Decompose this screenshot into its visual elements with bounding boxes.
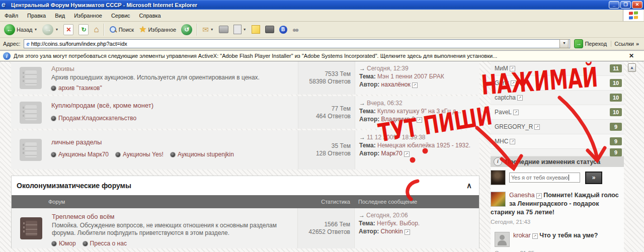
external-link-icon[interactable]: ↗ [536,193,542,199]
mail-dropdown-icon[interactable]: ▼ [210,28,214,31]
user-link[interactable]: Garik [495,79,509,87]
print-button[interactable] [217,25,230,34]
last-topic-link[interactable]: Куплю катушку 9" на 3 кГц д... [377,108,461,115]
subforum-link[interactable]: Аукционы Yes! [123,151,164,158]
list-item: Garik↗10 [491,76,624,91]
forum-title-link[interactable]: личные разделы [51,138,102,146]
favorites-button[interactable]: ★ Избранное [137,25,178,35]
external-link-icon[interactable]: ↗ [412,82,418,88]
user-link[interactable]: krokar [513,232,531,239]
status-send-button[interactable]: » [585,172,602,184]
home-button[interactable]: ⌂ [92,25,101,35]
mail-button[interactable]: ✉ ▼ [200,24,216,35]
external-link-icon[interactable]: ↗ [417,117,422,123]
menu-edit[interactable]: Правка [23,11,50,21]
address-dropdown-icon[interactable]: ▼ [559,39,569,48]
subforum-link[interactable]: Аукционы stupenjkin [178,151,234,158]
go-button[interactable]: → Переход [572,39,609,48]
menu-view[interactable]: Вид [50,11,69,21]
user-link[interactable]: GREGORY_R [495,123,533,130]
page-icon: e [27,41,30,47]
user-link[interactable]: МиМ [495,65,508,72]
infobar-close-icon[interactable]: ✕ [622,52,641,59]
fullscreen-button[interactable] [263,25,276,34]
forum-title-link[interactable]: Треплемся обо всём [52,213,115,220]
subforum-link[interactable]: архив "тазиков" [58,85,102,92]
subforum-link[interactable]: Аукционы Марк70 [58,151,109,158]
external-link-icon[interactable]: ↗ [510,66,515,71]
menu-favorites[interactable]: Избранное [69,11,107,21]
activex-infobar[interactable]: i Для этого узла могут потребоваться сле… [0,50,644,61]
menu-tools[interactable]: Сервис [107,11,135,21]
count-badge: 10 [610,79,622,87]
subforum-link[interactable]: Пресса о нас [90,240,127,247]
last-author-link[interactable]: Владимир 2 [381,116,415,123]
minimize-button[interactable]: _ [609,1,619,9]
last-topic-link[interactable]: Немецкая юбилейка 1925 - 1932. [377,142,470,149]
last-post-date-link[interactable]: Сегодня, 12:39 [367,65,409,72]
last-author-link[interactable]: нахалёнок [381,81,411,88]
external-link-icon[interactable]: ↗ [517,95,523,101]
external-link-icon[interactable]: ↗ [510,139,515,144]
address-url[interactable]: http://coins.su/forum/index.php?act=idx [31,41,560,47]
forward-button[interactable]: → ▼ [40,23,60,36]
discuss-button[interactable] [250,24,262,35]
section-title: Околонумизматические форумы [17,182,466,190]
goto-arrow-icon: → [359,134,365,141]
forum-title-link[interactable]: Куплю/продам (всё, кроме монет) [51,102,153,109]
back-dropdown-icon[interactable]: ▼ [34,28,38,31]
last-topic-link[interactable]: Нетбук. Выбор. [377,220,420,227]
forum-title-link[interactable]: Архивы [51,65,74,72]
last-topic-link[interactable]: Мэн 1 пенни 2007 БРАК [377,73,444,80]
collapse-section-icon[interactable]: ∧ [466,181,472,190]
status-input[interactable]: Yes я от тебя охуеваю [509,173,580,183]
avatar [491,170,506,185]
external-link-icon[interactable]: ↗ [404,151,410,157]
menu-file[interactable]: Файл [0,11,23,21]
refresh-button[interactable]: ↻ [76,23,91,36]
menu-help[interactable]: Справка [135,11,166,21]
edit-dropdown-icon[interactable]: ▼ [243,28,247,31]
forum-stats: 35 Тем128 Ответов [298,130,355,170]
history-button[interactable]: ↺ [179,23,194,36]
subforum-link[interactable]: Продам:Кладоискательство [58,115,136,122]
back-button[interactable]: ← Назад ▼ [2,23,39,36]
forum-stats: 7533 Тем58398 Ответов [298,61,355,95]
external-link-icon[interactable]: ↗ [534,124,540,130]
bluetooth-button[interactable]: B [277,25,289,35]
infobar-text[interactable]: Для этого узла могут потребоваться следу… [14,53,619,59]
user-link[interactable]: captcha [495,94,516,101]
external-link-icon[interactable]: ↗ [405,229,410,235]
last-post-date-link[interactable]: Сегодня, 20:06 [366,212,408,219]
forward-arrow-icon: → [42,24,53,35]
last-post-date-link[interactable]: Вчера, 06:32 [367,100,403,107]
stop-button[interactable]: ✕ [61,23,75,36]
user-link[interactable]: PaveL [495,109,512,116]
edit-button[interactable]: ▼ [231,24,249,35]
links-button[interactable]: Ссылки » [611,41,642,47]
scrollbar-up-button[interactable]: ▲ [628,63,636,72]
menu-bar: Файл Правка Вид Избранное Сервис Справка [0,10,644,22]
external-link-icon[interactable]: ↗ [513,110,519,115]
search-button[interactable]: Поиск [107,25,136,35]
external-link-icon[interactable]: ↗ [532,233,538,239]
last-author-link[interactable]: Марк70 [381,150,403,157]
list-item: МиМ↗11 [491,61,624,76]
address-input[interactable]: e http://coins.su/forum/index.php?act=id… [24,39,571,48]
toolbar-separator [197,24,198,36]
user-link[interactable]: МНС [495,138,508,145]
last-post-date-link[interactable]: 11 12 2009 - 18:39:38 [367,134,426,141]
user-link[interactable]: Ganesha [509,192,535,199]
bullet-icon [171,152,175,157]
subforum-link[interactable]: Юмор [59,240,76,247]
forward-dropdown-icon[interactable]: ▼ [55,28,58,31]
external-link-icon[interactable]: ↗ [511,80,516,86]
last-author-link[interactable]: Chonkin [381,228,403,235]
star-icon: ★ [139,26,146,34]
restore-button[interactable]: ❐ [620,1,631,9]
section-offtopic-forums: Околонумизматические форумы ∧ Форум Стат… [11,176,479,248]
search-label: Поиск [119,27,134,33]
messenger-button[interactable]: ●● [290,25,300,35]
close-button[interactable]: ✕ [632,1,642,9]
forum-last-post: →Сегодня, 12:39 Тема: Мэн 1 пенни 2007 Б… [355,61,479,95]
